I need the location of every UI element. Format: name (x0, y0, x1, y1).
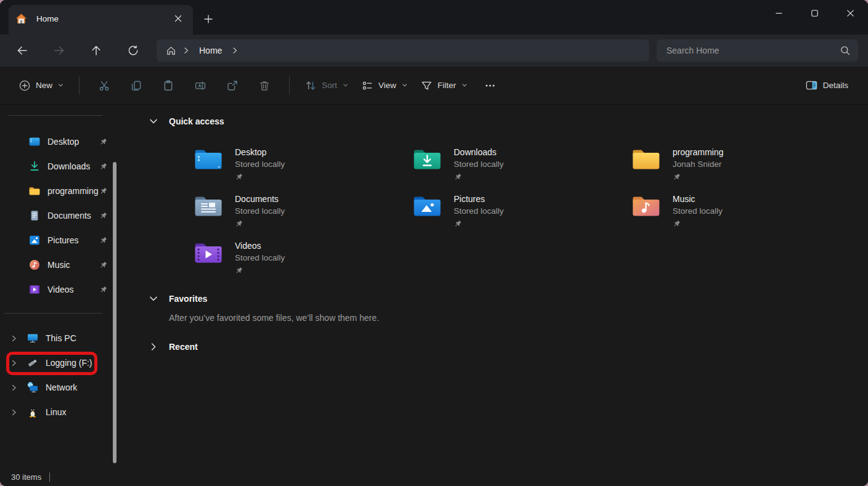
items-view: Quick access Desktop Stored locally (122, 105, 868, 486)
section-header-quick-access[interactable]: Quick access (148, 115, 868, 128)
folder-videos-icon (194, 240, 223, 264)
item-count: 30 items (11, 472, 41, 482)
more-options-icon[interactable] (474, 73, 506, 98)
minimize-icon[interactable] (761, 0, 796, 26)
folder-music-icon (632, 193, 660, 217)
folder-icon (28, 185, 41, 197)
paste-icon[interactable] (152, 73, 184, 98)
address-bar[interactable]: Home (157, 39, 649, 62)
search-icon[interactable] (840, 45, 851, 56)
sidebar-item-linux[interactable]: Linux (0, 400, 122, 424)
network-icon (27, 381, 39, 394)
delete-icon[interactable] (248, 73, 280, 98)
cut-icon[interactable] (88, 73, 120, 98)
sort-icon (305, 79, 317, 92)
section-header-favorites[interactable]: Favorites (148, 292, 868, 306)
rename-icon[interactable] (184, 73, 216, 98)
quick-access-item-desktop[interactable]: Desktop Stored locally (194, 142, 413, 188)
item-name: Videos (235, 240, 285, 252)
breadcrumb-segment[interactable]: Home (195, 46, 226, 55)
sidebar-item-label: Documents (47, 211, 99, 221)
pin-icon (673, 173, 681, 181)
back-icon[interactable] (9, 39, 36, 62)
details-label: Details (823, 81, 848, 90)
music-icon (28, 259, 41, 271)
status-divider (49, 472, 50, 482)
tab-close-icon[interactable] (170, 10, 187, 27)
sidebar-item-pictures[interactable]: Pictures (0, 228, 122, 253)
pin-icon (673, 220, 681, 228)
copy-icon[interactable] (120, 73, 152, 98)
folder-downloads-icon (413, 147, 441, 170)
chevron-down-icon (342, 82, 349, 89)
chevron-right-icon[interactable] (10, 334, 18, 342)
download-icon (28, 160, 41, 172)
quick-access-item-music[interactable]: Music Stored locally (632, 188, 851, 235)
tab-title: Home (36, 14, 170, 23)
chevron-right-icon[interactable] (182, 46, 190, 55)
section-title: Recent (169, 342, 198, 352)
sidebar-item-programming[interactable]: programming (0, 179, 122, 203)
pin-icon (235, 220, 243, 228)
new-tab-icon[interactable] (198, 9, 219, 30)
computer-icon (27, 332, 39, 344)
folder-desktop-icon (194, 147, 223, 170)
sidebar-item-label: programming (47, 186, 99, 196)
sidebar-item-desktop[interactable]: Desktop (0, 129, 122, 154)
item-subtitle: Jonah Snider (673, 158, 723, 171)
item-name: Pictures (454, 193, 504, 205)
sidebar-item-documents[interactable]: Documents (0, 203, 122, 228)
chevron-right-icon[interactable] (148, 341, 159, 352)
forward-icon[interactable] (46, 39, 73, 62)
quick-access-item-programming[interactable]: programming Jonah Snider (632, 142, 851, 188)
quick-access-item-downloads[interactable]: Downloads Stored locally (413, 142, 632, 188)
sidebar-divider (9, 115, 102, 116)
section-header-recent[interactable]: Recent (148, 340, 868, 354)
chevron-right-icon[interactable] (10, 408, 18, 416)
sort-button[interactable]: Sort (298, 76, 355, 95)
sidebar-item-label: Pictures (47, 235, 99, 245)
new-button[interactable]: New (12, 76, 70, 95)
share-icon[interactable] (216, 73, 248, 98)
navigation-bar: Home (0, 34, 868, 67)
filter-button[interactable]: Filter (414, 76, 474, 95)
pin-icon (99, 237, 107, 245)
item-subtitle: Stored locally (235, 158, 285, 171)
sidebar-item-music[interactable]: Music (0, 253, 122, 277)
quick-access-item-videos[interactable]: Videos Stored locally (194, 235, 413, 282)
maximize-icon[interactable] (796, 0, 832, 26)
quick-access-item-documents[interactable]: Documents Stored locally (194, 188, 413, 235)
chevron-right-icon[interactable] (10, 359, 18, 367)
refresh-icon[interactable] (120, 39, 147, 62)
pin-icon (99, 286, 107, 294)
chevron-down-icon[interactable] (148, 293, 159, 304)
up-icon[interactable] (83, 39, 110, 62)
filter-label: Filter (438, 81, 456, 90)
search-input[interactable] (666, 46, 840, 55)
sidebar-item-logging-drive[interactable]: Logging (F:) (0, 350, 122, 375)
sidebar-item-label: Network (46, 383, 113, 392)
chevron-down-icon[interactable] (148, 116, 159, 127)
view-button[interactable]: View (355, 76, 414, 95)
item-subtitle: Stored locally (235, 205, 285, 217)
chevron-right-icon[interactable] (10, 384, 18, 392)
sidebar-item-downloads[interactable]: Downloads (0, 154, 122, 179)
sidebar-item-network[interactable]: Network (0, 375, 122, 400)
view-label: View (379, 81, 396, 90)
command-bar: New Sort (0, 67, 868, 105)
tab-home[interactable]: Home (9, 5, 193, 34)
sidebar-item-label: Desktop (47, 137, 99, 147)
sort-label: Sort (322, 81, 337, 90)
sidebar-scrollbar[interactable] (113, 162, 117, 463)
quick-access-item-pictures[interactable]: Pictures Stored locally (413, 188, 632, 235)
file-explorer-window: Home (0, 0, 868, 486)
close-window-icon[interactable] (832, 0, 868, 26)
item-name: Documents (235, 193, 285, 205)
chevron-right-icon[interactable] (231, 46, 239, 55)
breadcrumb-home-icon[interactable] (165, 45, 177, 57)
details-button[interactable]: Details (799, 75, 854, 95)
pin-icon (454, 173, 462, 181)
sidebar-item-videos[interactable]: Videos (0, 277, 122, 302)
sidebar-item-this-pc[interactable]: This PC (0, 326, 122, 350)
linux-penguin-icon (27, 406, 39, 418)
